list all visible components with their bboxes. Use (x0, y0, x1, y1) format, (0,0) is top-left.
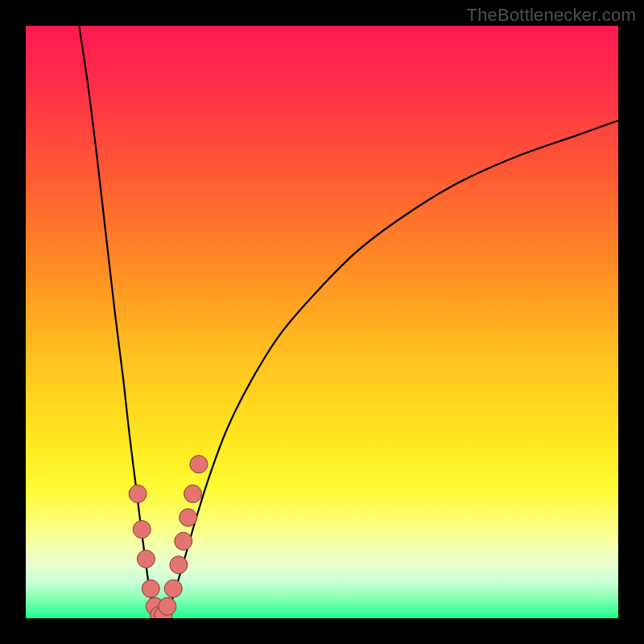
data-point (164, 580, 182, 597)
gradient-background (26, 26, 618, 618)
data-point (129, 485, 147, 502)
data-point (137, 550, 155, 568)
data-point (159, 597, 176, 615)
data-point (142, 580, 159, 597)
data-point (170, 556, 188, 574)
data-point (175, 532, 192, 550)
chart-frame: TheBottlenecker.com (0, 0, 644, 644)
data-point (133, 521, 151, 539)
data-point (184, 485, 202, 502)
data-point (180, 509, 197, 526)
chart-area (26, 26, 618, 618)
data-point (190, 456, 208, 473)
attribution-text: TheBottlenecker.com (467, 5, 636, 26)
